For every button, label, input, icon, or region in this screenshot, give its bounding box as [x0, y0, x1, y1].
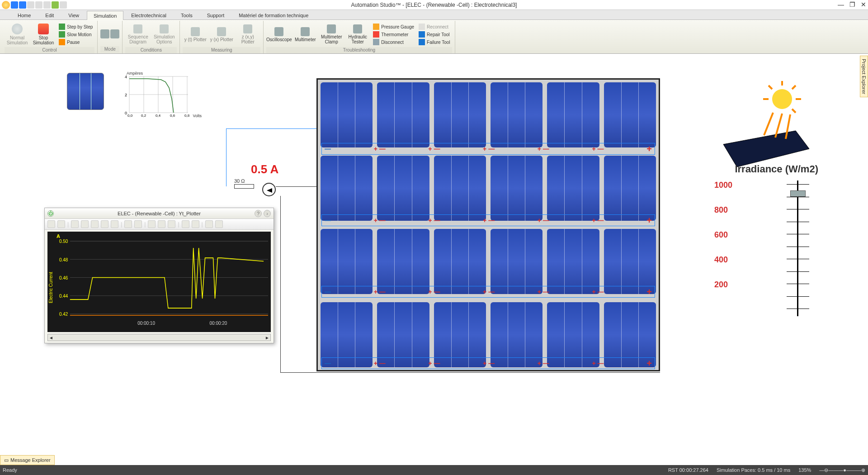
solar-cell[interactable] — [547, 229, 599, 294]
zxy-icon — [243, 24, 252, 33]
plotter-tool[interactable] — [158, 220, 165, 228]
solar-cell[interactable] — [434, 229, 486, 294]
solar-cell[interactable] — [321, 82, 373, 147]
tab-training[interactable]: Matériel de formation technique — [232, 10, 315, 19]
close-button[interactable]: ✕ — [861, 1, 866, 8]
tab-support[interactable]: Support — [200, 10, 231, 19]
plotter-tool[interactable] — [81, 220, 89, 228]
slow-motion-button[interactable]: Slow Motion — [57, 31, 94, 38]
solar-cell[interactable] — [604, 156, 656, 221]
slider-track — [797, 180, 798, 316]
solar-cell[interactable] — [434, 156, 486, 221]
plotter-tool[interactable] — [192, 220, 199, 228]
normal-simulation-button[interactable]: Normal Simulation — [5, 22, 30, 47]
solar-cell[interactable] — [547, 82, 599, 147]
zoom-slider[interactable]: —⊖———●———⊕ — [819, 467, 865, 473]
solar-cell[interactable] — [491, 229, 542, 294]
sequence-diagram-button[interactable]: Sequence Diagram — [125, 22, 151, 47]
plotter-help-icon[interactable]: ? — [255, 210, 262, 217]
solar-cell[interactable] — [434, 82, 486, 147]
canvas-workspace[interactable]: Project Explorer Ampères Volts 420 0,00,… — [0, 54, 868, 465]
yt-plotter-button[interactable]: y (t) Plotter — [183, 22, 208, 47]
svg-text:0,0: 0,0 — [127, 114, 133, 117]
tab-tools[interactable]: Tools — [174, 10, 199, 19]
pressure-gauge-button[interactable]: Pressure Gauge — [371, 23, 416, 30]
pause-button[interactable]: Pause — [57, 38, 94, 46]
plotter-tool[interactable] — [91, 220, 99, 228]
plotter-tool[interactable] — [124, 220, 132, 228]
disconnect-button[interactable]: Disconnect — [371, 38, 416, 46]
reconnect-button[interactable]: Reconnect — [417, 23, 452, 30]
svg-text:2: 2 — [125, 93, 127, 97]
plotter-scrollbar[interactable]: ◄► — [47, 334, 271, 341]
yt-plotter-window[interactable]: ⏻ ELEC - (Renewable -Cell) : Yt_Plotter … — [44, 208, 274, 343]
yx-plotter-button[interactable]: y (x) Plotter — [209, 22, 234, 47]
mode-icon[interactable] — [100, 29, 109, 38]
plotter-tool[interactable] — [148, 220, 156, 228]
qat-btn-1[interactable] — [11, 1, 18, 9]
qat-btn-5[interactable] — [43, 1, 51, 9]
stop-simulation-button[interactable]: Stop Simulation — [31, 22, 56, 47]
multimeter-button[interactable]: Multimeter — [292, 22, 318, 47]
message-explorer-tab[interactable]: ▭ Message Explorer — [0, 455, 55, 465]
maximize-button[interactable]: ❐ — [849, 1, 855, 8]
plotter-tool[interactable] — [205, 220, 213, 228]
solar-cell[interactable] — [377, 229, 429, 294]
plotter-tool[interactable] — [215, 220, 223, 228]
resistor-symbol[interactable] — [234, 184, 254, 189]
solar-cell[interactable] — [604, 229, 656, 294]
solar-cell[interactable] — [547, 156, 599, 221]
solar-cell[interactable] — [377, 156, 429, 221]
hydraulic-icon — [353, 24, 362, 33]
tab-home[interactable]: Home — [11, 10, 38, 19]
qat-run-icon[interactable] — [52, 1, 59, 9]
qat-btn-3[interactable] — [27, 1, 34, 9]
irradiance-title: Irradiance (W/m2) — [735, 163, 818, 175]
solar-cell[interactable] — [491, 156, 542, 221]
plotter-tool[interactable] — [182, 220, 189, 228]
plotter-tool[interactable] — [134, 220, 142, 228]
tab-electrotechnical[interactable]: Electrotechnical — [124, 10, 173, 19]
solar-cell[interactable] — [321, 229, 373, 294]
solar-panel[interactable]: —+ —+ —+ —+ —+ —+ —+ —+ —+ —+ —+ —+ —+ —… — [316, 78, 660, 371]
minimize-button[interactable]: — — [838, 1, 844, 8]
simulation-options-button[interactable]: Simulation Options — [151, 22, 177, 47]
repair-tool-button[interactable]: Repair Tool — [417, 31, 452, 38]
plotter-titlebar[interactable]: ⏻ ELEC - (Renewable -Cell) : Yt_Plotter … — [45, 208, 274, 219]
single-solar-cell[interactable] — [67, 73, 104, 110]
plotter-tool[interactable] — [47, 220, 55, 228]
plotter-collapse-icon[interactable]: › — [264, 210, 271, 217]
plotter-tool[interactable] — [71, 220, 79, 228]
solar-cell[interactable] — [377, 82, 429, 147]
ammeter-symbol[interactable] — [262, 183, 276, 196]
pause-icon — [59, 39, 65, 45]
plotter-tool[interactable] — [111, 220, 118, 228]
plotter-tool[interactable] — [168, 220, 175, 228]
qat-btn-2[interactable] — [19, 1, 26, 9]
solar-cell[interactable] — [604, 82, 656, 147]
project-explorer-tab[interactable]: Project Explorer — [860, 56, 868, 97]
tab-simulation[interactable]: Simulation — [87, 11, 123, 20]
plotter-tool[interactable] — [57, 220, 65, 228]
step-by-step-button[interactable]: Step by Step — [57, 23, 94, 30]
multimeter-clamp-button[interactable]: Multimeter Clamp — [319, 22, 344, 47]
failure-tool-button[interactable]: Failure Tool — [417, 38, 452, 46]
irradiance-slider[interactable]: 1000 800 600 400 200 — [714, 180, 818, 316]
hydraulic-tester-button[interactable]: Hydraulic Tester — [345, 22, 370, 47]
mode-icon-2[interactable] — [110, 29, 119, 38]
plotter-tool[interactable] — [101, 220, 108, 228]
solar-cell[interactable] — [321, 156, 373, 221]
thermometer-button[interactable]: Thermometer — [371, 31, 416, 38]
plotter-power-icon[interactable]: ⏻ — [47, 210, 54, 217]
qat-btn-4[interactable] — [35, 1, 42, 9]
tab-edit[interactable]: Edit — [38, 10, 61, 19]
window-controls: — ❐ ✕ — [838, 1, 866, 8]
oscilloscope-button[interactable]: Oscilloscope — [266, 22, 292, 47]
slider-thumb[interactable] — [790, 190, 806, 197]
zxy-plotter-button[interactable]: z (x,y) Plotter — [235, 22, 260, 47]
slow-icon — [59, 31, 65, 38]
multimeter-icon — [301, 27, 310, 36]
tab-view[interactable]: View — [61, 10, 86, 19]
qat-btn-7[interactable] — [60, 1, 67, 9]
solar-cell[interactable] — [491, 82, 542, 147]
